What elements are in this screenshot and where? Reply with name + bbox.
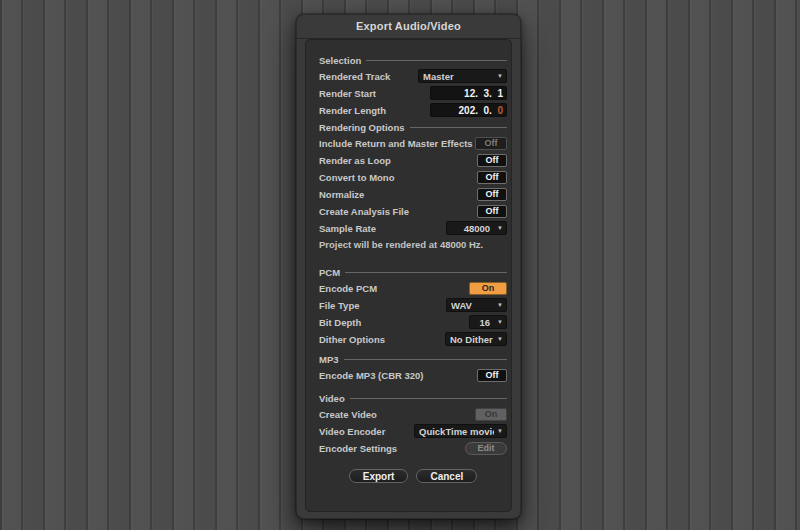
include-return-label: Include Return and Master Effects <box>319 138 473 149</box>
section-divider <box>366 60 507 61</box>
row-normalize: Normalize Off <box>319 187 507 201</box>
row-convert-to-mono: Convert to Mono Off <box>319 170 507 184</box>
render-as-loop-label: Render as Loop <box>319 155 391 166</box>
section-divider <box>410 127 508 128</box>
section-header-selection: Selection <box>319 53 507 67</box>
row-file-type: File Type WAV ▼ <box>319 298 507 312</box>
section-divider <box>350 398 507 399</box>
section-title: PCM <box>319 267 340 278</box>
file-type-label: File Type <box>319 300 359 311</box>
chevron-down-icon: ▼ <box>497 225 503 231</box>
row-encode-mp3: Encode MP3 (CBR 320) Off <box>319 368 507 382</box>
section-title: Rendering Options <box>319 122 405 133</box>
render-as-loop-toggle[interactable]: Off <box>477 154 507 167</box>
row-bit-depth: Bit Depth 16 ▼ <box>319 315 507 329</box>
encoder-settings-edit-button: Edit <box>465 442 507 455</box>
normalize-toggle[interactable]: Off <box>477 188 507 201</box>
encode-mp3-label: Encode MP3 (CBR 320) <box>319 370 424 381</box>
section-header-video: Video <box>319 391 507 405</box>
sample-rate-note: Project will be rendered at 48000 Hz. <box>319 238 507 252</box>
section-title: Selection <box>319 55 361 66</box>
chevron-down-icon: ▼ <box>497 336 503 342</box>
section-header-mp3: MP3 <box>319 352 507 366</box>
create-analysis-label: Create Analysis File <box>319 206 409 217</box>
bit-depth-label: Bit Depth <box>319 317 361 328</box>
chevron-down-icon: ▼ <box>497 319 503 325</box>
file-type-select[interactable]: WAV ▼ <box>446 298 507 312</box>
section-header-pcm: PCM <box>319 265 507 279</box>
row-render-length: Render Length 202. 0. 0 <box>319 103 507 117</box>
row-rendered-track: Rendered Track Master ▼ <box>319 69 507 83</box>
render-start-field[interactable]: 12. 3. 1 <box>430 86 507 100</box>
cancel-button[interactable]: Cancel <box>416 469 477 483</box>
create-video-toggle: On <box>475 408 507 421</box>
sample-rate-select[interactable]: 48000 ▼ <box>446 221 507 235</box>
dither-options-label: Dither Options <box>319 334 385 345</box>
row-dither-options: Dither Options No Dither ▼ <box>319 332 507 346</box>
sample-rate-label: Sample Rate <box>319 223 376 234</box>
export-audio-video-dialog: Export Audio/Video Selection Rendered Tr… <box>296 14 521 519</box>
convert-to-mono-toggle[interactable]: Off <box>477 171 507 184</box>
render-start-label: Render Start <box>319 88 376 99</box>
ableton-arrangement-background: { "title": "Export Audio/Video", "colors… <box>0 0 800 530</box>
chevron-down-icon: ▼ <box>497 302 503 308</box>
row-sample-rate: Sample Rate 48000 ▼ <box>319 221 507 235</box>
create-analysis-toggle[interactable]: Off <box>477 205 507 218</box>
section-divider <box>344 359 507 360</box>
video-encoder-value: QuickTime movie <box>419 426 494 437</box>
encoder-settings-label: Encoder Settings <box>319 443 397 454</box>
dialog-title: Export Audio/Video <box>297 15 520 39</box>
row-create-analysis: Create Analysis File Off <box>319 204 507 218</box>
rendered-track-select[interactable]: Master ▼ <box>418 69 507 83</box>
sample-rate-value: 48000 <box>451 223 494 234</box>
row-video-encoder: Video Encoder QuickTime movie ▼ <box>319 424 507 438</box>
section-title: Video <box>319 393 345 404</box>
encode-pcm-toggle[interactable]: On <box>469 282 507 295</box>
section-header-rendering-options: Rendering Options <box>319 120 507 134</box>
row-include-return: Include Return and Master Effects Off <box>319 136 507 150</box>
export-button[interactable]: Export <box>349 469 409 483</box>
row-render-as-loop: Render as Loop Off <box>319 153 507 167</box>
render-length-value-highlight: 0 <box>497 105 503 116</box>
rendered-track-label: Rendered Track <box>319 71 390 82</box>
video-encoder-select[interactable]: QuickTime movie ▼ <box>414 424 507 438</box>
dialog-body: Selection Rendered Track Master ▼ Render… <box>305 39 512 512</box>
row-render-start: Render Start 12. 3. 1 <box>319 86 507 100</box>
dither-options-select[interactable]: No Dither ▼ <box>445 332 507 346</box>
video-encoder-label: Video Encoder <box>319 426 385 437</box>
file-type-value: WAV <box>451 300 494 311</box>
row-encode-pcm: Encode PCM On <box>319 281 507 295</box>
render-length-label: Render Length <box>319 105 386 116</box>
bit-depth-value: 16 <box>474 317 494 328</box>
chevron-down-icon: ▼ <box>497 428 503 434</box>
bit-depth-select[interactable]: 16 ▼ <box>469 315 507 329</box>
include-return-toggle: Off <box>475 137 507 150</box>
dither-options-value: No Dither <box>450 334 494 345</box>
chevron-down-icon: ▼ <box>497 73 503 79</box>
encode-mp3-toggle[interactable]: Off <box>477 369 507 382</box>
dialog-footer: Export Cancel <box>319 469 507 483</box>
convert-to-mono-label: Convert to Mono <box>319 172 394 183</box>
row-encoder-settings: Encoder Settings Edit <box>319 441 507 455</box>
rendered-track-value: Master <box>423 71 494 82</box>
normalize-label: Normalize <box>319 189 364 200</box>
create-video-label: Create Video <box>319 409 377 420</box>
render-length-field[interactable]: 202. 0. 0 <box>430 103 507 117</box>
encode-pcm-label: Encode PCM <box>319 283 377 294</box>
section-divider <box>345 272 507 273</box>
render-length-value: 202. 0. <box>459 105 498 116</box>
render-start-value: 12. 3. 1 <box>464 88 503 99</box>
section-title: MP3 <box>319 354 339 365</box>
row-create-video: Create Video On <box>319 407 507 421</box>
